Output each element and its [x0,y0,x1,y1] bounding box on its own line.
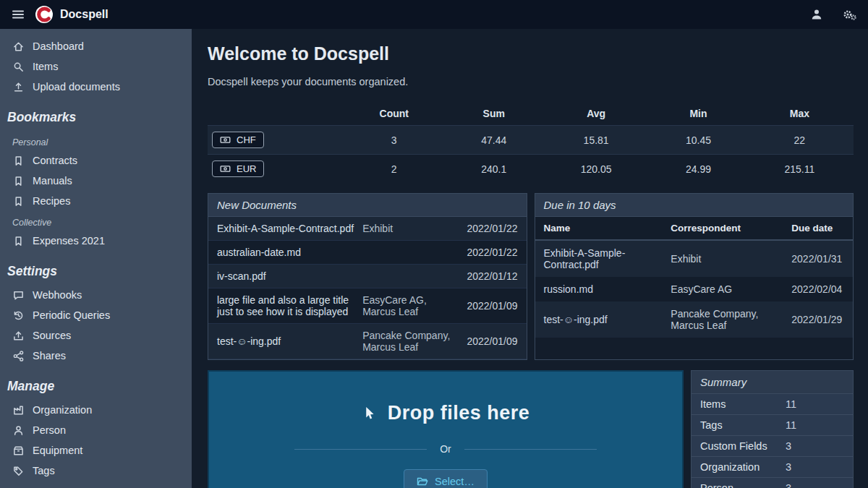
due-table: Name Correspondent Due date Exhibit-A-Sa… [535,217,854,338]
due-row: Exhibit-A-Sample-Contract.pdf Exhibit 20… [535,240,854,277]
summary-row: Organization 3 [692,457,853,478]
sidebar-section-settings: Settings [0,251,192,285]
sidebar-item-contracts[interactable]: Contracts [0,150,192,171]
app-name: Docspell [60,8,109,21]
sidebar-item-label: Dashboard [33,40,84,52]
industry-icon [12,405,25,416]
app-logo-home-link[interactable]: Docspell [35,5,109,24]
document-link[interactable]: russion.md [544,283,593,295]
summary-label: Tags [700,419,786,431]
summary-row: Custom Fields 3 [692,436,853,457]
menu-icon[interactable] [12,8,25,21]
sidebar-item-person[interactable]: Person [0,420,192,440]
due-date: 2022/02/04 [783,277,853,301]
due-correspondent: Exhibit [662,240,783,277]
sidebar-item-label: Items [33,61,58,72]
select-files-label: Select… [435,476,475,487]
history-icon [12,310,25,321]
document-row: Exhibit-A-Sample-Contract.pdf Exhibit 20… [208,217,527,241]
currency-stats-table: Count Sum Avg Min Max CHF [208,102,854,183]
sidebar-item-tags[interactable]: Tags [0,461,192,481]
document-correspondent: Pancake Company, Marcus Leaf [362,330,459,353]
stats-max: 215.11 [746,155,854,184]
stats-avg: 15.81 [541,126,651,155]
summary-label: Person [700,482,786,488]
document-date: 2022/01/22 [467,223,517,234]
sidebar-item-label: Person [33,424,66,436]
box-icon [12,445,25,456]
summary-row: Person 3 [692,478,853,488]
due-panel: Due in 10 days Name Correspondent Due da… [535,193,854,360]
summary-title: Summary [692,371,853,394]
document-link[interactable]: iv-scan.pdf [217,270,355,282]
mouse-pointer-icon [362,406,376,421]
sidebar-item-label: Recipes [33,195,70,207]
file-dropzone[interactable]: Drop files here Or Select… [208,370,684,488]
summary-value: 11 [786,419,796,431]
sidebar-item-label: Shares [33,350,66,361]
select-files-button[interactable]: Select… [404,469,488,488]
document-link[interactable]: Exhibit-A-Sample-Contract.pdf [217,223,355,234]
sidebar-item-label: Organization [33,404,92,416]
tags-icon [12,466,25,476]
document-row: australian-date.md 2022/01/22 [208,241,527,265]
sidebar-item-shares[interactable]: Shares [0,346,192,366]
sidebar-item-equipment[interactable]: Equipment [0,440,192,461]
document-date: 2022/01/09 [467,300,517,312]
summary-value: 3 [786,461,791,473]
sidebar-item-items[interactable]: Items [0,56,192,77]
stats-header-avg: Avg [541,102,651,126]
document-link[interactable]: large file and also a large title just t… [217,294,355,317]
document-link[interactable]: Exhibit-A-Sample-Contract.pdf [544,247,626,270]
sidebar-item-webhooks[interactable]: Webhooks [0,285,192,305]
upload-icon [12,82,25,93]
currency-label: CHF [237,134,256,145]
sidebar-item-organization[interactable]: Organization [0,400,192,420]
stats-avg: 120.05 [541,155,651,184]
home-icon [12,41,25,52]
sidebar-subsection-collective: Collective [0,211,192,231]
sidebar-item-dashboard[interactable]: Dashboard [0,36,192,56]
sidebar-item-label: Periodic Queries [33,309,110,321]
document-link[interactable]: australian-date.md [217,247,355,258]
due-header-name: Name [535,217,663,240]
sidebar-item-label: Webhooks [33,289,82,301]
stats-header-sum: Sum [447,102,542,126]
user-account-icon[interactable] [811,9,822,20]
document-row: test-☺-ing.pdf Pancake Company, Marcus L… [208,324,527,359]
divider-line [464,449,597,450]
currency-badge: EUR [212,160,264,177]
sidebar-item-upload-documents[interactable]: Upload documents [0,77,192,97]
gears-icon[interactable] [843,9,856,21]
currency-label: EUR [237,163,256,174]
bookmark-icon [12,176,25,187]
document-row: iv-scan.pdf 2022/01/12 [208,265,527,288]
due-row: test-☺-ing.pdf Pancake Company, Marcus L… [535,301,854,338]
document-link[interactable]: test-☺-ing.pdf [217,335,355,347]
stats-max: 22 [746,126,854,155]
stats-header-count: Count [341,102,447,126]
sidebar-subsection-personal: Personal [0,131,192,150]
document-link[interactable]: test-☺-ing.pdf [544,314,608,325]
sidebar-item-manuals[interactable]: Manuals [0,171,192,191]
sidebar-item-label: Sources [33,330,71,341]
money-bill-icon [220,135,231,145]
search-icon [12,61,25,72]
comment-icon [12,290,25,301]
sidebar-item-sources[interactable]: Sources [0,325,192,346]
new-documents-panel: New Documents Exhibit-A-Sample-Contract.… [208,193,527,360]
sidebar-item-expenses-2021[interactable]: Expenses 2021 [0,231,192,251]
sidebar-item-periodic-queries[interactable]: Periodic Queries [0,305,192,325]
due-header-correspondent: Correspondent [662,217,783,240]
summary-label: Organization [700,461,786,473]
summary-value: 11 [786,398,796,410]
summary-value: 3 [786,440,791,452]
sidebar-item-recipes[interactable]: Recipes [0,191,192,211]
bookmark-icon [12,155,25,166]
summary-panel: Summary Items 11 Tags 11 Custom Fields 3… [691,370,854,488]
sidebar-item-label: Equipment [33,445,82,456]
upload-icon [12,330,25,341]
sidebar: Dashboard Items Upload documents Bookmar… [0,29,192,488]
stats-header-min: Min [651,102,746,126]
divider-line [294,449,427,450]
